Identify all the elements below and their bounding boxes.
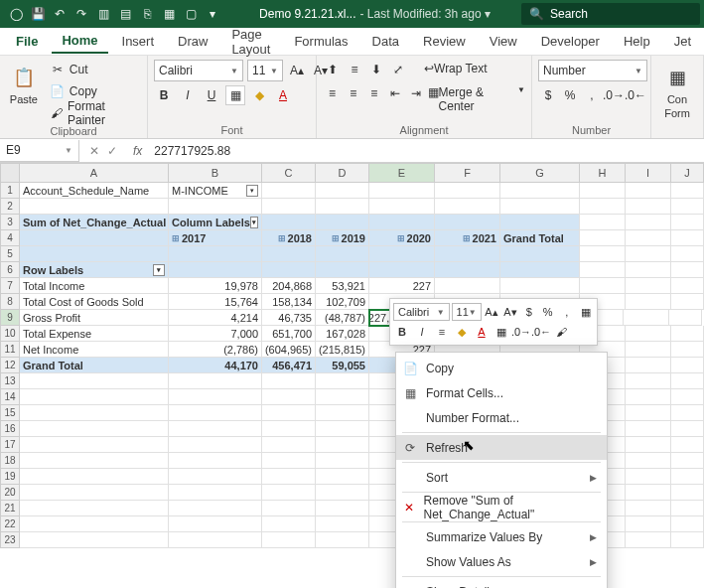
pivot-year[interactable]: ⊞2021: [435, 230, 500, 246]
cell[interactable]: [626, 326, 671, 342]
align-bottom-icon[interactable]: ⬇: [366, 60, 386, 79]
tab-review[interactable]: Review: [413, 30, 476, 53]
col-head-a[interactable]: A: [20, 163, 169, 183]
tab-home[interactable]: Home: [52, 29, 107, 54]
cell[interactable]: [316, 405, 369, 421]
cond-format-button[interactable]: ▦ Con Form: [657, 60, 697, 119]
cell[interactable]: [262, 215, 316, 230]
cell[interactable]: [316, 532, 369, 548]
pivot-row-label[interactable]: Total Cost of Goods Sold: [20, 294, 169, 310]
tab-view[interactable]: View: [480, 30, 527, 53]
cell[interactable]: [500, 183, 580, 199]
cell[interactable]: [20, 405, 169, 421]
cell[interactable]: [671, 405, 704, 421]
cell[interactable]: [169, 262, 262, 278]
row-head[interactable]: 20: [0, 485, 20, 501]
cell[interactable]: [671, 358, 704, 373]
cell[interactable]: [262, 516, 316, 532]
cell[interactable]: 204,868: [262, 278, 316, 294]
orientation-icon[interactable]: ⤢: [388, 60, 408, 79]
row-head[interactable]: 23: [0, 532, 20, 548]
tab-help[interactable]: Help: [614, 30, 660, 53]
qat-icon-5[interactable]: ▢: [183, 6, 199, 22]
ctx-remove-field[interactable]: ✕Remove "Sum of Net_Change_Actual": [396, 495, 607, 519]
cell[interactable]: [262, 246, 316, 262]
col-head-d[interactable]: D: [316, 163, 369, 183]
cell[interactable]: [262, 437, 316, 453]
row-head[interactable]: 6: [0, 262, 20, 278]
cell[interactable]: [671, 326, 704, 342]
qat-icon-3[interactable]: ⎘: [139, 6, 155, 22]
cell[interactable]: 456,471: [262, 358, 316, 373]
cell[interactable]: [20, 230, 169, 246]
cell[interactable]: [500, 215, 580, 230]
row-head[interactable]: 19: [0, 469, 20, 485]
name-box[interactable]: E9▼: [0, 140, 79, 162]
align-left-icon[interactable]: ≡: [323, 83, 342, 103]
cell[interactable]: [20, 421, 169, 437]
ctx-format-cells[interactable]: ▦Format Cells...: [396, 380, 607, 405]
row-head[interactable]: 3: [0, 215, 20, 230]
cell[interactable]: [580, 262, 626, 278]
font-name-combo[interactable]: Calibri▼: [154, 60, 243, 81]
pivot-row-label[interactable]: Net Income: [20, 342, 169, 358]
search-box[interactable]: 🔍 Search: [521, 3, 700, 25]
col-head-b[interactable]: B: [169, 163, 262, 183]
mini-decdec-icon[interactable]: .0←: [532, 323, 550, 341]
row-head[interactable]: 10: [0, 326, 20, 342]
cell[interactable]: [20, 389, 169, 405]
cell[interactable]: [671, 199, 704, 215]
mini-size-combo[interactable]: 11▼: [452, 303, 482, 321]
pivot-year[interactable]: ⊞2017: [169, 230, 262, 246]
col-head-i[interactable]: I: [626, 163, 671, 183]
fx-icon[interactable]: fx: [127, 144, 148, 158]
cell[interactable]: [169, 532, 262, 548]
pivot-row-labels[interactable]: Row Labels▾: [20, 262, 169, 278]
cell[interactable]: 7,000: [169, 326, 262, 342]
cell[interactable]: 158,134: [262, 294, 316, 310]
cell[interactable]: [435, 278, 500, 294]
cell[interactable]: 44,170: [169, 358, 262, 373]
col-head-e[interactable]: E: [369, 163, 435, 183]
align-middle-icon[interactable]: ≡: [345, 60, 364, 79]
cell[interactable]: [316, 501, 369, 516]
cell[interactable]: [316, 262, 369, 278]
cell[interactable]: [20, 532, 169, 548]
cell[interactable]: (215,815): [316, 342, 369, 358]
qat-icon-1[interactable]: ▥: [95, 6, 111, 22]
ctx-show-details[interactable]: ⁺≡Show Details: [396, 579, 607, 588]
row-head[interactable]: 21: [0, 501, 20, 516]
currency-icon[interactable]: $: [538, 85, 558, 105]
row-head[interactable]: 11: [0, 342, 20, 358]
undo-icon[interactable]: ↶: [52, 6, 68, 22]
cell[interactable]: [671, 469, 704, 485]
cell[interactable]: [671, 294, 704, 310]
cell[interactable]: [671, 183, 704, 199]
redo-icon[interactable]: ↷: [73, 6, 89, 22]
merge-button[interactable]: ▦Merge & Center ▼: [428, 85, 525, 101]
cell[interactable]: [316, 437, 369, 453]
cell[interactable]: [20, 373, 169, 389]
col-head-c[interactable]: C: [262, 163, 316, 183]
cell[interactable]: (2,786): [169, 342, 262, 358]
cell[interactable]: [435, 215, 500, 230]
cell[interactable]: [169, 485, 262, 501]
cell[interactable]: [671, 421, 704, 437]
cell[interactable]: [671, 501, 704, 516]
cell[interactable]: [20, 516, 169, 532]
cell[interactable]: 59,055: [316, 358, 369, 373]
copy-button[interactable]: 📄Copy: [46, 81, 141, 101]
row-head[interactable]: 12: [0, 358, 20, 373]
pivot-filter-value[interactable]: M-INCOME▾: [169, 183, 262, 199]
cell[interactable]: [671, 215, 704, 230]
cell[interactable]: [500, 246, 580, 262]
tab-draw[interactable]: Draw: [168, 30, 217, 53]
font-size-combo[interactable]: 11▼: [247, 60, 283, 81]
mini-currency-icon[interactable]: $: [520, 303, 537, 321]
cell[interactable]: [262, 469, 316, 485]
row-head[interactable]: 16: [0, 421, 20, 437]
cell[interactable]: [316, 469, 369, 485]
paste-button[interactable]: 📋 Paste: [6, 60, 42, 105]
cell[interactable]: [626, 501, 671, 516]
cell[interactable]: [671, 342, 704, 358]
